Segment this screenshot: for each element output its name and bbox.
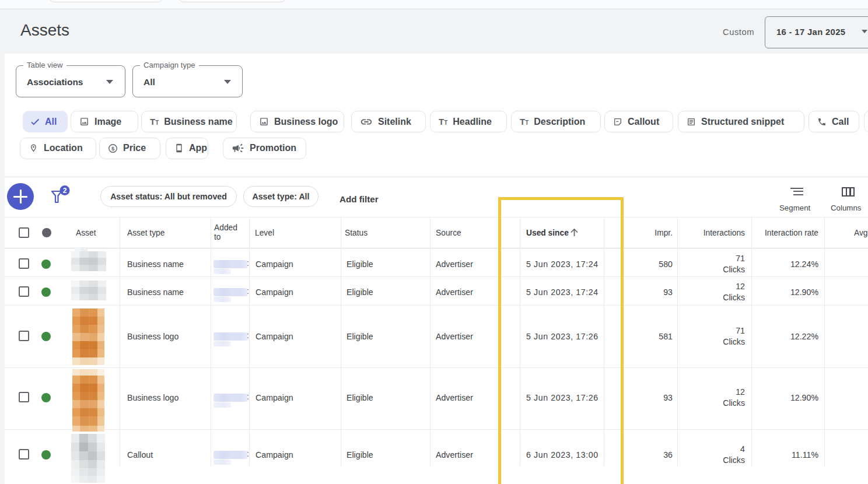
svg-text:$: $ [111, 145, 114, 151]
svg-text:2: 2 [63, 187, 67, 195]
